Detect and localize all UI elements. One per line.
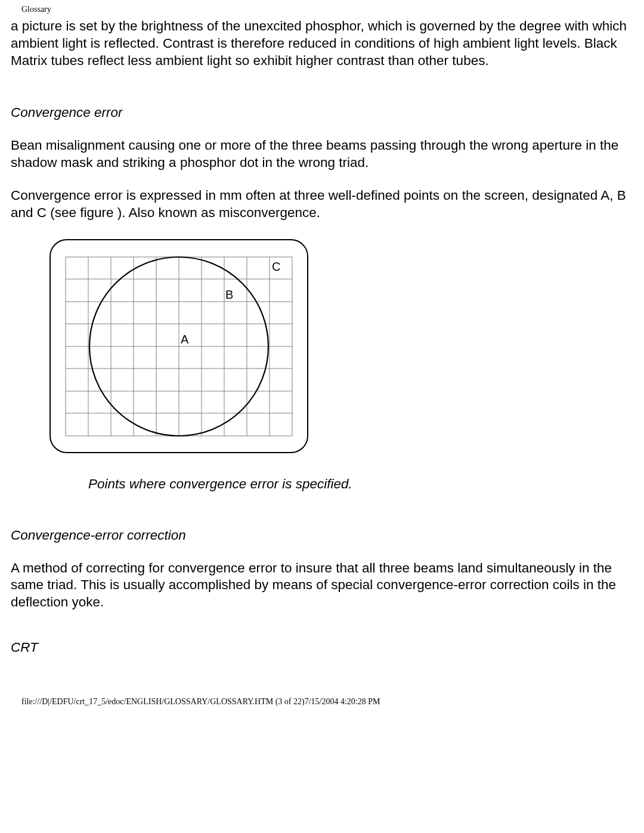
figure-label-c: C <box>272 260 280 273</box>
figure-label-a: A <box>181 333 189 346</box>
intro-paragraph: a picture is set by the brightness of th… <box>11 18 633 69</box>
convergence-error-p2: Convergence error is expressed in mm oft… <box>11 187 633 222</box>
heading-crt: CRT <box>11 640 633 655</box>
heading-convergence-error: Convergence error <box>11 105 633 120</box>
figure-svg: A B C <box>48 237 310 455</box>
browser-tab-title: Glossary <box>21 5 633 14</box>
convergence-error-figure: A B C <box>48 237 633 455</box>
convergence-error-correction-p1: A method of correcting for convergence e… <box>11 560 633 611</box>
page-footer: file:///D|/EDFU/crt_17_5/edoc/ENGLISH/GL… <box>21 697 633 707</box>
figure-label-b: B <box>225 288 233 301</box>
heading-convergence-error-correction: Convergence-error correction <box>11 528 633 543</box>
figure-caption: Points where convergence error is specif… <box>88 476 633 492</box>
convergence-error-p1: Bean misalignment causing one or more of… <box>11 137 633 172</box>
